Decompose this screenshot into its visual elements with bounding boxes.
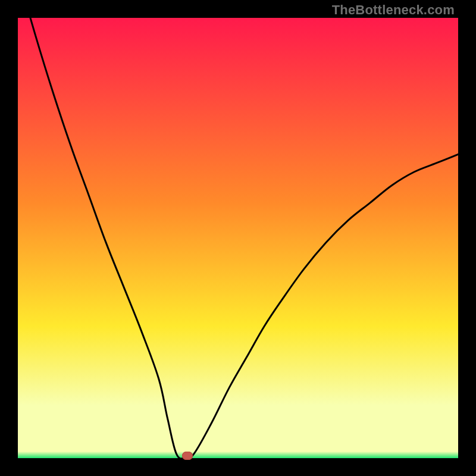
- minimum-marker: [182, 452, 193, 460]
- svg-rect-0: [18, 18, 458, 458]
- plot-area: [18, 18, 458, 458]
- watermark-text: TheBottleneck.com: [332, 2, 455, 18]
- background-gradient: [18, 18, 458, 458]
- chart-container: TheBottleneck.com: [0, 0, 476, 476]
